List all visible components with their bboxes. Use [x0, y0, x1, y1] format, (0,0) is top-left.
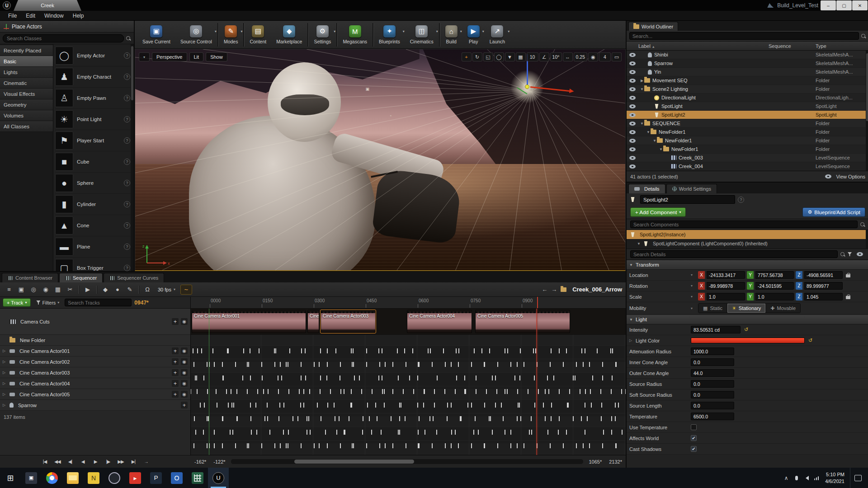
- go-to-end-button[interactable]: ▶|: [127, 457, 139, 466]
- number-field[interactable]: 1000.0: [691, 347, 734, 355]
- actor-category-item[interactable]: Volumes: [0, 110, 53, 121]
- expand-arrow-icon[interactable]: ▼: [659, 147, 663, 151]
- number-field[interactable]: 0.0: [691, 391, 734, 399]
- megascans-button[interactable]: M Megascans: [337, 23, 372, 47]
- placeable-actor-item[interactable]: ▲ Cone: [55, 215, 133, 236]
- camera-speed-button[interactable]: ◉: [588, 52, 598, 61]
- menu-item[interactable]: File: [4, 11, 21, 20]
- save-icon[interactable]: ▣: [16, 285, 27, 295]
- bottom-dock-tab[interactable]: Sequencer: [59, 273, 103, 282]
- menu-item[interactable]: Window: [40, 11, 68, 20]
- curve-editor-icon[interactable]: ~: [180, 285, 192, 295]
- components-scrollbar[interactable]: [866, 230, 868, 249]
- visibility-eye-icon[interactable]: [629, 87, 636, 91]
- window-control-button[interactable]: –: [821, 0, 836, 10]
- expand-arrow-icon[interactable]: ▶: [640, 79, 644, 83]
- component-item[interactable]: ▼SpotLightComponent (LightComponent0) (I…: [627, 239, 868, 248]
- render-movie-icon[interactable]: ▦: [52, 285, 63, 295]
- outliner-row[interactable]: Creek_004 LevelSequence: [627, 162, 868, 171]
- z-value-field[interactable]: 89.999977: [804, 282, 843, 290]
- add-track-button[interactable]: + Track: [3, 298, 31, 307]
- z-value-field[interactable]: -4908.56591: [804, 271, 843, 279]
- save-current-button[interactable]: ▣ Save Current: [137, 23, 175, 47]
- column-header-label[interactable]: Label: [627, 43, 769, 49]
- file-explorer-icon[interactable]: [62, 468, 83, 488]
- placeable-actor-item[interactable]: ⚑ Player Start: [55, 130, 133, 151]
- keyframe-lane[interactable]: [191, 389, 626, 400]
- expand-arrow-icon[interactable]: ▷: [3, 360, 7, 364]
- rotation-snap-value[interactable]: 10°: [550, 52, 562, 61]
- auto-key-icon[interactable]: ●: [112, 285, 123, 295]
- source-control-button[interactable]: ◎ Source Control: [175, 23, 217, 47]
- network-icon[interactable]: [814, 476, 820, 480]
- back-icon[interactable]: ←: [542, 286, 547, 293]
- tab-world-settings[interactable]: World Settings: [666, 184, 717, 193]
- menu-item[interactable]: Edit: [21, 11, 40, 20]
- start-button[interactable]: ⊞: [0, 468, 21, 488]
- search-classes-input[interactable]: [3, 34, 124, 42]
- outliner-row[interactable]: ▶ Movement SEQ Folder: [627, 76, 868, 85]
- menu-item[interactable]: Help: [68, 11, 89, 20]
- playback-options-icon[interactable]: ▶: [82, 285, 93, 295]
- sequencer-track-row[interactable]: ▷ Cine Camera Actor005: [0, 389, 190, 400]
- view-range-end[interactable]: 1065*: [589, 459, 602, 465]
- snap-icon[interactable]: Ω: [142, 285, 153, 295]
- x-value-field[interactable]: -24133.3417: [707, 271, 745, 279]
- visibility-eye-icon[interactable]: [629, 53, 636, 57]
- unreal-engine-icon[interactable]: U: [208, 468, 229, 488]
- expand-arrow-icon[interactable]: ▷: [3, 381, 7, 385]
- expand-arrow-icon[interactable]: ▷: [3, 392, 7, 396]
- window-control-button[interactable]: ✕: [852, 0, 868, 10]
- visibility-eye-icon[interactable]: [629, 70, 636, 74]
- notes-app-icon[interactable]: N: [83, 468, 104, 488]
- visibility-eye-icon[interactable]: [629, 79, 636, 83]
- checkbox[interactable]: [691, 424, 697, 430]
- light-color-swatch[interactable]: [691, 338, 805, 343]
- add-section-button[interactable]: [172, 369, 179, 376]
- expand-arrow-icon[interactable]: ▷: [3, 349, 7, 353]
- playback-range-start[interactable]: -162*: [194, 459, 206, 465]
- timeline-area[interactable]: Cine Camera Actor001 Cine Cine Camera Ac…: [191, 309, 626, 455]
- lock-icon[interactable]: [845, 295, 851, 299]
- view-options-button[interactable]: View Options: [822, 174, 865, 179]
- visibility-eye-icon[interactable]: [629, 96, 636, 100]
- scale-snap-value[interactable]: 0.25: [574, 52, 587, 61]
- taskbar-clock[interactable]: 5:10 PM 4/6/2021: [825, 471, 844, 485]
- sequencer-track-row[interactable]: ▷ Cine Camera Actor004: [0, 378, 190, 389]
- visibility-eye-icon[interactable]: [629, 139, 636, 143]
- playhead-marker[interactable]: [537, 297, 538, 308]
- search-tracks-input[interactable]: [65, 299, 132, 306]
- number-field[interactable]: 6500.0: [691, 413, 734, 420]
- create-camera-icon[interactable]: ◉: [40, 285, 51, 295]
- visibility-eye-icon[interactable]: [629, 130, 636, 134]
- expand-arrow-icon[interactable]: ▼: [646, 130, 651, 134]
- number-field[interactable]: 44.0: [691, 369, 734, 377]
- y-value-field[interactable]: -24.501595: [755, 282, 794, 290]
- transform-section-header[interactable]: ▼Transform: [627, 260, 868, 270]
- current-time-display[interactable]: 0947*: [134, 300, 148, 306]
- playhead[interactable]: [536, 309, 538, 455]
- column-header-type[interactable]: Type: [816, 43, 868, 49]
- perspective-button[interactable]: Perspective: [152, 52, 187, 61]
- move-tool-button[interactable]: +: [462, 52, 472, 61]
- keyframe-lane[interactable]: [191, 403, 626, 413]
- checkbox[interactable]: [691, 435, 697, 441]
- outliner-scrollbar[interactable]: [866, 51, 868, 171]
- scale-snap-button[interactable]: ↔: [563, 52, 573, 61]
- edit-options-icon[interactable]: ✎: [124, 285, 135, 295]
- add-section-button[interactable]: [172, 391, 179, 398]
- outliner-row[interactable]: DirectionalLight DirectionalLigh...: [627, 94, 868, 102]
- number-field[interactable]: 0.0: [691, 402, 734, 409]
- outliner-row[interactable]: ▼ NewFolder1 Folder: [627, 145, 868, 154]
- launch-button[interactable]: ↗ Launch: [485, 23, 510, 47]
- placeable-actor-item[interactable]: ● Sphere: [55, 173, 133, 194]
- sequencer-track-row[interactable]: New Folder: [0, 335, 190, 346]
- placeable-actor-item[interactable]: ▮ Cylinder: [55, 194, 133, 215]
- visibility-eye-icon[interactable]: [629, 113, 636, 117]
- add-section-button[interactable]: [181, 402, 188, 408]
- outliner-row[interactable]: ▼ NewFolder1 Folder: [627, 128, 868, 136]
- viewport-options-button[interactable]: ▾: [139, 52, 150, 61]
- x-value-field[interactable]: -89.998978: [707, 282, 745, 290]
- tab-details[interactable]: Details: [628, 184, 665, 193]
- camera-lock-icon[interactable]: [181, 358, 188, 365]
